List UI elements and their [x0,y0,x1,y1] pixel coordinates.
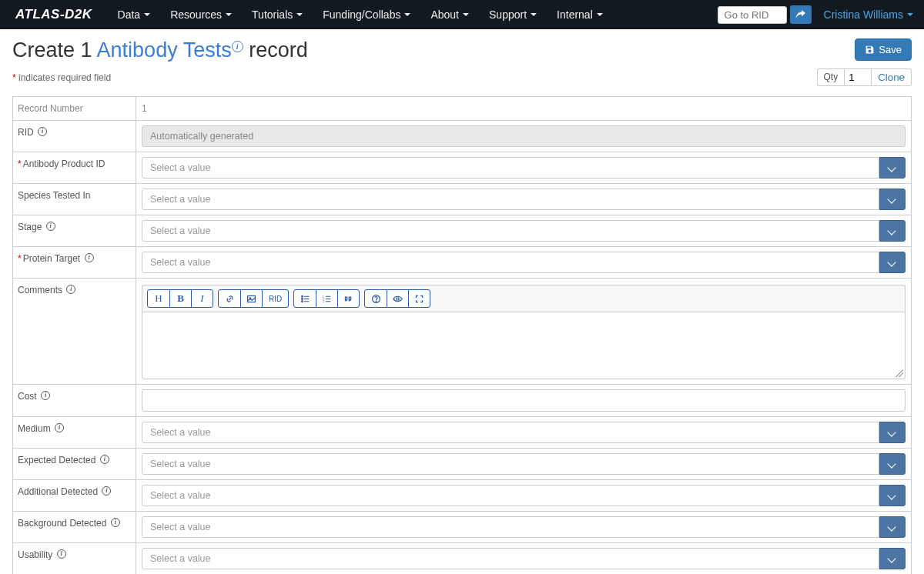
row-background-detected: Background Detected i Select a value [12,511,912,543]
page-content: Create 1 Antibody Testsi record Save * i… [0,29,924,574]
antibody-product-id-input[interactable]: Select a value [142,157,879,179]
row-protein-target: *Protein Target i Select a value [12,246,912,279]
save-button[interactable]: Save [855,38,912,61]
caret-icon [144,13,150,16]
nav-funding[interactable]: Funding/Collabs [313,8,420,21]
rid-field: Automatically generated [142,125,906,147]
chevron-down-icon [889,195,896,203]
nav-internal[interactable]: Internal [547,8,613,21]
background-detected-dropdown[interactable] [879,516,906,538]
nav-about[interactable]: About [420,8,479,21]
rid-button[interactable]: RID [262,290,288,307]
rid-search-input[interactable] [718,6,787,24]
svg-point-9 [376,301,377,302]
additional-detected-dropdown[interactable] [879,485,906,506]
info-icon[interactable]: i [85,253,94,262]
comments-textarea[interactable] [142,312,906,379]
svg-point-4 [301,300,303,302]
brand-logo[interactable]: ATLAS-D2K [15,7,92,22]
chevron-down-icon [889,555,896,562]
chevron-down-icon [889,164,896,172]
link-icon [225,294,235,304]
caret-icon [597,13,603,16]
row-rid: RID i Automatically generated [12,120,912,152]
info-icon[interactable]: i [66,285,75,294]
row-additional-detected: Additional Detected i Select a value [12,479,912,512]
label-additional-detected: Additional Detected i [13,480,136,511]
species-tested-in-input[interactable]: Select a value [142,189,879,210]
preview-button[interactable] [387,290,408,307]
record-form: Record Number 1 RID i Automatically gene… [12,96,912,574]
caret-icon [907,13,913,16]
label-expected-detected: Expected Detected i [13,449,136,479]
species-tested-in-dropdown[interactable] [879,189,906,210]
nav-support[interactable]: Support [479,8,547,21]
page-title: Create 1 Antibody Testsi record [12,38,308,62]
usability-input[interactable]: Select a value [142,548,879,569]
info-icon[interactable]: i [57,549,66,559]
info-icon[interactable]: i [41,391,50,400]
qty-label: Qty [817,68,845,86]
expected-detected-dropdown[interactable] [879,453,906,475]
expected-detected-input[interactable]: Select a value [142,453,879,475]
help-button[interactable] [365,290,387,307]
protein-target-input[interactable]: Select a value [142,252,879,273]
protein-target-dropdown[interactable] [879,252,906,273]
info-icon[interactable]: i [102,486,111,496]
clone-button[interactable]: Clone [872,68,912,86]
heading-button[interactable]: H [148,290,169,307]
label-comments: Comments i [13,279,136,384]
resize-handle[interactable] [896,369,903,377]
info-icon[interactable]: i [46,222,55,231]
link-button[interactable] [219,290,240,307]
label-species-tested-in: Species Tested In [13,184,136,215]
info-icon[interactable]: i [38,127,47,136]
comments-editor: H B I RID 123 [142,285,906,379]
quote-button[interactable] [337,290,359,307]
svg-point-3 [301,298,303,299]
chevron-down-icon [889,227,896,235]
antibody-product-id-dropdown[interactable] [879,157,906,179]
label-protein-target: *Protein Target i [13,247,136,278]
additional-detected-input[interactable]: Select a value [142,485,879,506]
italic-button[interactable]: I [191,290,213,307]
chevron-down-icon [889,460,896,468]
user-menu[interactable]: Cristina Williams [819,8,918,21]
info-icon[interactable]: i [55,423,64,432]
usability-dropdown[interactable] [879,548,906,569]
rid-go-button[interactable] [790,5,812,24]
row-usability: Usability i Select a value [12,542,912,574]
list-ul-icon [300,294,310,304]
stage-dropdown[interactable] [879,220,906,242]
medium-input[interactable]: Select a value [142,422,879,443]
row-expected-detected: Expected Detected i Select a value [12,448,912,480]
label-medium: Medium i [13,417,136,448]
entity-link[interactable]: Antibody Testsi [97,38,243,62]
chevron-down-icon [889,523,896,531]
info-icon[interactable]: i [100,455,109,464]
header-value: 1 [136,97,911,120]
nav-resources[interactable]: Resources [160,8,242,21]
row-species-tested-in: Species Tested In Select a value [12,183,912,215]
medium-dropdown[interactable] [879,422,906,443]
bold-button[interactable]: B [169,290,191,307]
fullscreen-button[interactable] [408,290,430,307]
cost-input[interactable] [142,389,906,412]
nav-tutorials[interactable]: Tutorials [242,8,313,21]
svg-text:3: 3 [323,299,324,303]
nav-data[interactable]: Data [108,8,161,21]
info-icon[interactable]: i [232,41,243,52]
caret-icon [296,13,303,16]
bullet-list-button[interactable] [294,290,316,307]
header-label: Record Number [13,97,136,120]
image-button[interactable] [240,290,262,307]
quote-icon [343,294,353,304]
number-list-button[interactable]: 123 [316,290,337,307]
qty-clone-group: Qty Clone [817,68,912,86]
chevron-down-icon [889,259,896,266]
background-detected-input[interactable]: Select a value [142,516,879,538]
qty-input[interactable] [844,68,872,86]
info-icon[interactable]: i [111,518,120,527]
label-stage: Stage i [13,215,136,246]
stage-input[interactable]: Select a value [142,220,879,242]
